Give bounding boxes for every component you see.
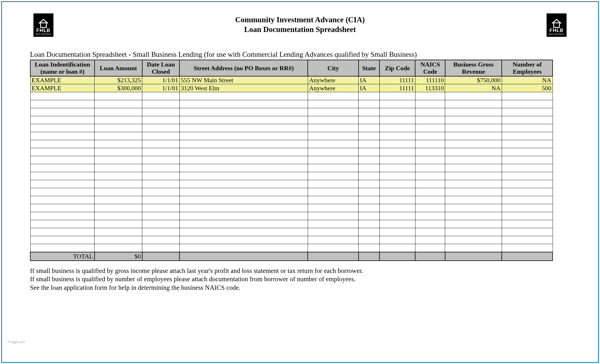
cell-naics: 113310	[415, 84, 445, 92]
total-empty-cell	[308, 252, 359, 261]
empty-cell	[142, 108, 180, 116]
empty-cell	[379, 180, 415, 188]
empty-cell	[445, 164, 502, 172]
empty-cell	[415, 212, 445, 220]
empty-cell	[502, 100, 553, 108]
cell-employees: 500	[502, 84, 553, 92]
empty-cell	[502, 148, 553, 156]
col-employees: Number of Employees	[502, 60, 553, 76]
empty-cell	[502, 164, 553, 172]
empty-cell	[445, 180, 502, 188]
empty-cell	[359, 204, 379, 212]
col-revenue: Business Gross Revenue	[445, 60, 502, 76]
empty-cell	[308, 204, 359, 212]
empty-cell	[142, 204, 180, 212]
house-icon	[38, 18, 49, 28]
empty-cell	[308, 156, 359, 164]
empty-cell	[30, 100, 95, 108]
empty-cell	[445, 156, 502, 164]
empty-cell	[359, 236, 379, 244]
empty-cell	[445, 236, 502, 244]
empty-cell	[379, 140, 415, 148]
empty-cell	[142, 100, 180, 108]
empty-cell	[95, 108, 142, 116]
empty-cell	[445, 92, 502, 100]
empty-cell	[95, 220, 142, 228]
empty-cell	[359, 188, 379, 196]
empty-cell	[359, 116, 379, 124]
empty-cell	[502, 188, 553, 196]
empty-cell	[415, 172, 445, 180]
empty-row	[30, 148, 553, 156]
empty-cell	[445, 100, 502, 108]
empty-cell	[359, 140, 379, 148]
empty-cell	[142, 140, 180, 148]
empty-cell	[379, 132, 415, 140]
empty-cell	[308, 236, 359, 244]
cell-date-closed: 1/1/01	[142, 84, 180, 92]
cell-loan-id: EXAMPLE	[30, 84, 95, 92]
empty-cell	[179, 124, 308, 132]
empty-cell	[445, 124, 502, 132]
empty-cell	[142, 148, 180, 156]
empty-cell	[142, 132, 180, 140]
logo-text: FHLB	[36, 28, 50, 33]
col-street: Street Address (no PO Boxes or RR#)	[179, 60, 308, 76]
empty-cell	[308, 124, 359, 132]
empty-cell	[379, 92, 415, 100]
empty-cell	[95, 212, 142, 220]
empty-cell	[379, 196, 415, 204]
total-empty-cell	[415, 252, 445, 261]
fhlb-logo-left: FHLB DES MOINES	[33, 13, 53, 37]
empty-cell	[308, 228, 359, 236]
cell-loan-amount: $213,325	[95, 76, 142, 84]
empty-cell	[30, 188, 95, 196]
empty-cell	[502, 116, 553, 124]
empty-cell	[359, 100, 379, 108]
empty-cell	[95, 204, 142, 212]
empty-cell	[379, 188, 415, 196]
total-empty-cell	[142, 252, 180, 261]
empty-cell	[30, 220, 95, 228]
watermark: A-rage.com	[7, 340, 25, 344]
empty-cell	[445, 108, 502, 116]
empty-row	[30, 124, 553, 132]
title-line-1: Community Investment Advance (CIA)	[53, 15, 547, 25]
example-row: EXAMPLE$300,0001/1/013120 West ElmAnywhe…	[30, 84, 553, 92]
empty-cell	[95, 156, 142, 164]
empty-cell	[502, 124, 553, 132]
empty-cell	[359, 244, 379, 252]
header-row: FHLB DES MOINES Community Investment Adv…	[16, 13, 584, 37]
cell-zip: 11111	[379, 76, 415, 84]
empty-cell	[30, 148, 95, 156]
empty-cell	[415, 196, 445, 204]
empty-cell	[415, 220, 445, 228]
empty-row	[30, 196, 553, 204]
empty-cell	[359, 212, 379, 220]
empty-cell	[142, 180, 180, 188]
empty-cell	[502, 156, 553, 164]
cell-state: IA	[359, 84, 379, 92]
cell-zip: 11111	[379, 84, 415, 92]
empty-cell	[415, 180, 445, 188]
empty-cell	[179, 164, 308, 172]
empty-row	[30, 212, 553, 220]
empty-cell	[142, 228, 180, 236]
empty-cell	[179, 204, 308, 212]
empty-cell	[359, 148, 379, 156]
empty-cell	[179, 140, 308, 148]
empty-cell	[308, 244, 359, 252]
empty-cell	[445, 132, 502, 140]
empty-cell	[415, 156, 445, 164]
loan-table: Loan Indentification (name or loan #) Lo…	[30, 60, 553, 261]
empty-cell	[415, 124, 445, 132]
total-empty-cell	[502, 252, 553, 261]
empty-cell	[502, 92, 553, 100]
empty-cell	[379, 164, 415, 172]
empty-cell	[415, 236, 445, 244]
empty-cell	[30, 164, 95, 172]
example-row: EXAMPLE$213,3251/1/01555 NW Main StreetA…	[30, 76, 553, 84]
empty-cell	[415, 140, 445, 148]
empty-cell	[308, 100, 359, 108]
empty-cell	[379, 156, 415, 164]
